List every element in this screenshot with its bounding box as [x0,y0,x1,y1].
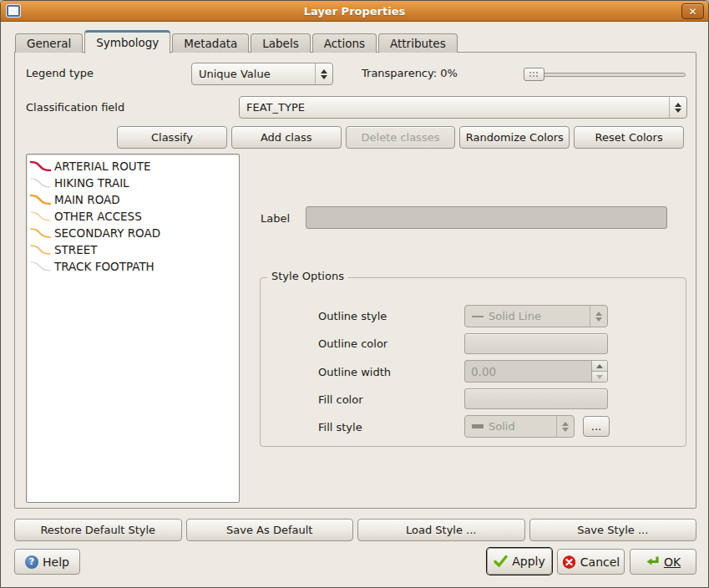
class-list-item[interactable]: MAIN ROAD [27,191,239,208]
line-symbol-icon [29,210,52,223]
outline-color-button [464,333,608,354]
action-button[interactable]: Classify [117,126,227,149]
style-file-button[interactable]: Restore Default Style [14,519,182,541]
apply-button[interactable]: Apply [487,548,552,575]
class-label: HIKING TRAIL [54,176,129,190]
slider-handle[interactable] [524,68,544,81]
action-button: Delete classes [346,126,456,149]
tab-label: General [27,37,71,50]
class-list-item[interactable]: TRACK FOOTPATH [27,258,239,275]
apply-button-label: Apply [512,555,545,568]
class-label: MAIN ROAD [54,193,120,206]
tab[interactable]: Attributes [378,33,458,53]
class-label: STREET [54,243,98,256]
help-button[interactable]: ? Help [14,549,80,575]
outline-style-value: Solid Line [489,310,541,322]
tab-label: Actions [324,37,365,50]
class-label: OTHER ACCESS [54,210,142,223]
help-icon: ? [25,555,38,569]
tab-label: Attributes [390,37,446,50]
fill-style-label: Fill style [318,421,362,433]
class-list-item[interactable]: SECONDARY ROAD [27,225,239,241]
fill-color-label: Fill color [318,393,363,406]
line-style-swatch-icon [472,316,484,317]
action-button[interactable]: Randomize Colors [459,126,570,149]
label-input [306,206,667,229]
line-symbol-icon [29,260,52,273]
tab-label: Labels [262,37,298,50]
style-file-button-label: Save As Default [226,524,312,536]
check-icon [494,555,508,568]
transparency-label: Transparency: 0% [362,67,458,79]
style-file-button[interactable]: Save As Default [186,519,354,541]
class-list-item[interactable]: OTHER ACCESS [27,208,239,225]
classification-field-select[interactable]: FEAT_TYPE [239,96,687,119]
tab-bar: General Symbology Metadata Labels Action… [15,29,459,53]
line-symbol-icon [29,160,52,173]
tab[interactable]: General [15,33,83,53]
action-button-label: Delete classes [362,131,440,144]
action-button[interactable]: Reset Colors [574,126,684,149]
label-field-label: Label [261,212,290,225]
class-label: TRACK FOOTPATH [54,260,154,273]
outline-width-value: 0.00 [465,361,591,382]
action-button-label: Classify [151,131,193,144]
cancel-cross-icon [562,555,576,569]
help-button-label: Help [43,555,69,569]
spin-down-icon [592,372,607,382]
legend-type-select[interactable]: Unique Value [191,63,333,85]
spin-up-icon [592,361,607,372]
spinner-buttons [591,361,607,382]
tab[interactable]: Labels [251,33,310,53]
line-symbol-icon [29,226,52,240]
style-file-button-label: Load Style ... [406,524,477,536]
legend-type-value: Unique Value [199,68,271,80]
class-label: SECONDARY ROAD [54,226,160,240]
close-button[interactable]: ✕ [681,3,704,19]
ok-button[interactable]: OK [630,549,696,575]
transparency-slider[interactable] [524,67,686,82]
close-icon: ✕ [688,6,696,18]
action-button-label: Add class [261,131,312,144]
style-file-button-label: Restore Default Style [40,524,155,536]
tab[interactable]: Actions [312,33,377,53]
layer-properties-dialog: Layer Properties ✕ General Symbology Met… [0,0,709,588]
fill-style-more-button[interactable]: ... [583,416,610,437]
window-title: Layer Properties [304,5,406,18]
outline-color-label: Outline color [318,337,387,350]
chevron-updown-icon [669,97,686,118]
tab[interactable]: Symbology [84,30,170,53]
line-symbol-icon [29,193,52,206]
slider-track[interactable] [525,73,686,77]
class-list-item[interactable]: STREET [27,241,239,258]
chevron-updown-icon [590,306,607,327]
action-button[interactable]: Add class [231,126,342,149]
style-file-buttons-row: Restore Default Style Save As Default Lo… [14,519,696,541]
line-symbol-icon [29,243,52,256]
tab-label: Symbology [96,36,159,49]
titlebar[interactable]: Layer Properties ✕ [1,1,708,22]
fill-color-button [464,388,608,409]
ok-button-label: OK [664,555,681,569]
style-file-button[interactable]: Save Style ... [529,519,697,541]
line-symbol-icon [29,176,52,190]
classification-field-label: Classification field [26,101,124,114]
fill-style-select: Solid [464,415,575,438]
cancel-button[interactable]: Cancel [557,549,625,575]
outline-style-select: Solid Line [464,305,608,327]
action-button-label: Randomize Colors [466,131,564,144]
outline-width-spinner: 0.00 [464,360,608,383]
class-list-item[interactable]: HIKING TRAIL [27,175,239,191]
class-label: ARTERIAL ROUTE [54,160,150,173]
cancel-button-label: Cancel [580,555,620,569]
style-file-button-label: Save Style ... [577,524,648,536]
tab[interactable]: Metadata [172,33,249,53]
style-file-button[interactable]: Load Style ... [357,519,525,541]
outline-style-label: Outline style [318,310,387,322]
class-list[interactable]: ARTERIAL ROUTE HIKING TRAIL MAIN ROAD [26,154,240,503]
window-icon [7,5,20,17]
fill-style-swatch-icon [472,424,484,428]
class-list-item[interactable]: ARTERIAL ROUTE [27,158,239,175]
chevron-updown-icon [315,63,332,84]
tab-label: Metadata [184,37,237,50]
